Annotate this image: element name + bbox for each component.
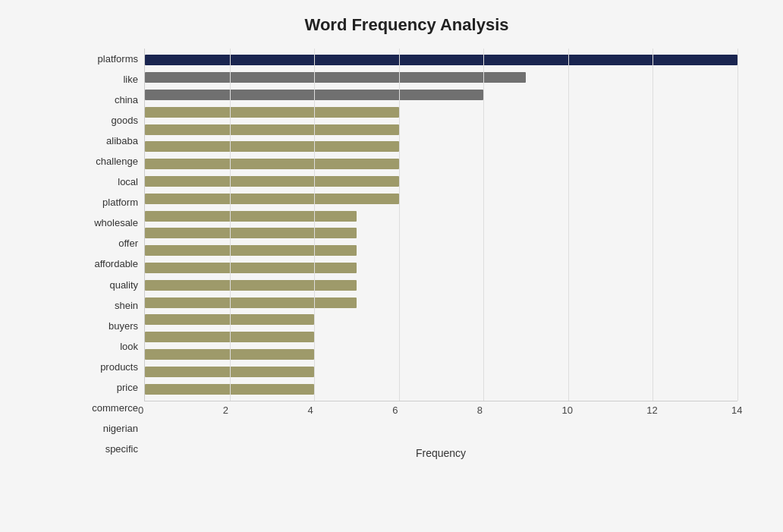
y-label: nigerian bbox=[76, 423, 138, 433]
y-label: alibaba bbox=[76, 136, 138, 146]
x-tick: 14 bbox=[731, 405, 742, 416]
grid-line bbox=[737, 49, 738, 401]
bar-row bbox=[145, 87, 737, 104]
bar-row bbox=[145, 380, 737, 398]
x-tick: 2 bbox=[223, 405, 228, 416]
bar-row bbox=[145, 294, 737, 311]
bar bbox=[145, 211, 357, 222]
bars-and-x: 02468101214 Frequency bbox=[144, 49, 737, 459]
bar-row bbox=[145, 242, 737, 260]
y-label: platform bbox=[76, 197, 138, 207]
y-label: offer bbox=[76, 238, 138, 248]
bar-row bbox=[145, 138, 737, 156]
y-label: price bbox=[76, 382, 138, 392]
x-tick: 12 bbox=[646, 405, 657, 416]
bar bbox=[145, 245, 357, 256]
bar bbox=[145, 141, 399, 152]
bar-row bbox=[145, 260, 737, 277]
x-tick: 0 bbox=[138, 405, 143, 416]
y-label: look bbox=[76, 342, 138, 351]
chart-title: Word Frequency Analysis bbox=[76, 15, 737, 35]
grid-line bbox=[483, 49, 484, 401]
x-axis-label: Frequency bbox=[144, 447, 737, 459]
y-axis-labels: platformslikechinagoodsalibabachallengel… bbox=[76, 49, 144, 459]
bar-row bbox=[145, 363, 737, 380]
y-label: specific bbox=[76, 444, 138, 454]
bar-row bbox=[145, 103, 737, 121]
bar-row bbox=[145, 207, 737, 225]
y-label: local bbox=[76, 177, 138, 187]
bars-region bbox=[144, 49, 737, 401]
grid-line bbox=[568, 49, 569, 401]
y-label: affordable bbox=[76, 259, 138, 269]
grid-line bbox=[314, 49, 315, 401]
bar-row bbox=[145, 121, 737, 138]
chart-container: Word Frequency Analysis platformslikechi… bbox=[0, 0, 783, 532]
y-label: goods bbox=[76, 115, 138, 125]
x-tick: 8 bbox=[477, 405, 483, 416]
y-label: china bbox=[76, 95, 138, 105]
y-label: products bbox=[76, 362, 138, 372]
bar-row bbox=[145, 346, 737, 364]
x-tick: 10 bbox=[562, 405, 573, 416]
x-tick: 6 bbox=[392, 405, 398, 416]
bar-row bbox=[145, 173, 737, 190]
bar bbox=[145, 124, 399, 135]
bar bbox=[145, 72, 526, 83]
bar bbox=[145, 297, 357, 308]
y-label: platforms bbox=[76, 54, 138, 64]
bar bbox=[145, 107, 399, 118]
bar-row bbox=[145, 156, 737, 173]
x-tick: 4 bbox=[307, 405, 313, 416]
grid-line bbox=[652, 49, 653, 401]
y-label: quality bbox=[76, 280, 138, 290]
bar-row bbox=[145, 52, 737, 69]
bar bbox=[145, 228, 357, 238]
chart-area: platformslikechinagoodsalibabachallengel… bbox=[76, 49, 737, 459]
bar bbox=[145, 280, 357, 291]
bar bbox=[145, 159, 399, 169]
y-label: shein bbox=[76, 301, 138, 310]
bar-row bbox=[145, 225, 737, 242]
y-label: challenge bbox=[76, 156, 138, 166]
bar-row bbox=[145, 276, 737, 294]
y-label: buyers bbox=[76, 321, 138, 331]
bar bbox=[145, 55, 737, 65]
bar bbox=[145, 263, 357, 273]
grid-line bbox=[399, 49, 400, 401]
bar-row bbox=[145, 69, 737, 87]
bar-row bbox=[145, 329, 737, 346]
y-label: like bbox=[76, 74, 138, 84]
y-label: wholesale bbox=[76, 218, 138, 228]
y-label: commerce bbox=[76, 403, 138, 413]
bar bbox=[145, 194, 399, 204]
bar bbox=[145, 176, 399, 187]
bar-row bbox=[145, 311, 737, 329]
bar-row bbox=[145, 190, 737, 207]
grid-line bbox=[230, 49, 231, 401]
